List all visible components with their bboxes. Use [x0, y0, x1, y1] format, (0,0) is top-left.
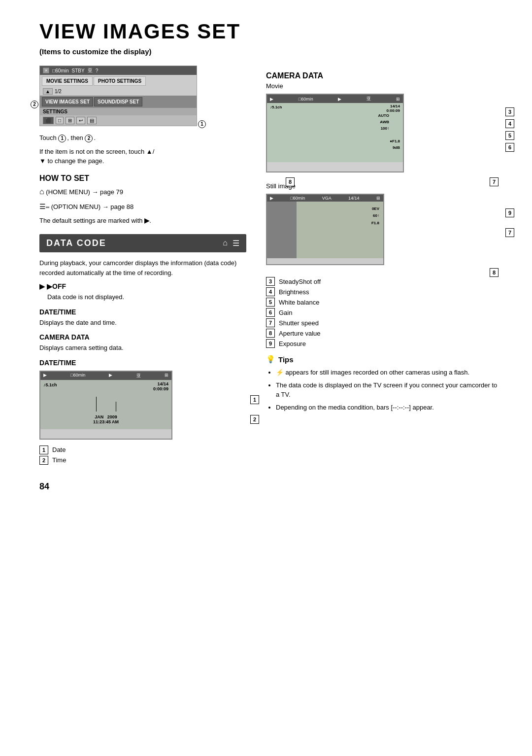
photo-settings-button[interactable]: PHOTO SETTINGS — [94, 76, 146, 86]
home-icon: ⌂ — [223, 239, 228, 248]
movie-screen: ▶ □60min ▶ 亚 ⊞ ♪5.1ch 14/140:00:09 AUTOA… — [266, 94, 404, 172]
still-callout-9: 9 — [505, 208, 516, 217]
data-code-banner: DATA CODE ⌂ ☰ — [39, 234, 246, 252]
view-images-set-button[interactable]: VIEW IMAGES SET — [42, 97, 93, 106]
legend-time: 2 Time — [39, 456, 246, 465]
sound-disp-set-button[interactable]: SOUND/DISP SET — [94, 97, 142, 106]
dt-rec-icon: ▶ — [43, 373, 47, 379]
camera-data-heading: CAMERA DATA — [266, 71, 502, 80]
movie-play-icon: ▶ — [338, 97, 341, 102]
off-heading: ▶ ▶OFF — [39, 282, 246, 290]
touch-instruction: Touch 1, then 2. — [39, 133, 246, 143]
page-title: VIEW IMAGES SET — [39, 20, 502, 43]
data-code-title: DATA CODE — [46, 238, 106, 248]
movie-counter: 14/140:00:09 — [386, 104, 400, 113]
dt-counter: 14/140:00:09 — [153, 381, 168, 391]
movie-rec-icon: ▶ — [270, 97, 273, 102]
legend-gain: 6 Gain — [266, 308, 502, 317]
dt-line2 — [116, 402, 116, 412]
movie-label: Movie — [266, 82, 502, 90]
dt-top-bar: ▶ □60min ▶ 亚 ⊞ — [40, 372, 171, 380]
camera-data-body: Displays camera setting data. — [39, 343, 246, 353]
datetime2-heading: DATE/TIME — [39, 359, 246, 367]
option-icon: ☰ — [233, 239, 239, 248]
dt-line1 — [96, 397, 97, 412]
movie-tape-time: □60min — [299, 97, 313, 102]
default-text: The default settings are marked with ▶. — [39, 216, 246, 226]
movie-main-area: ♪5.1ch 14/140:00:09 AUTOAWB100↑ ●F1.89dB — [267, 103, 403, 162]
icon-display[interactable]: □ — [56, 117, 64, 124]
close-icon: × — [43, 68, 49, 73]
datetime-body: Displays the date and time. — [39, 318, 246, 328]
dt-signal: 亚 — [136, 373, 141, 379]
menu-mockup: × □60min STBY 亚 ? MOVIE SETTINGS PHOTO S… — [39, 66, 197, 126]
data-code-body: During playback, your camcorder displays… — [39, 258, 246, 277]
standby-status: STBY — [72, 68, 85, 73]
legend-date: 1 Date — [39, 446, 246, 454]
camera-data-sub-heading: CAMERA DATA — [39, 333, 246, 341]
dt-callout-1: 1 — [250, 395, 261, 404]
movie-screen-top: ▶ □60min ▶ 亚 ⊞ — [267, 95, 403, 103]
icon-back[interactable]: ↩ — [76, 117, 85, 124]
dt-callout-2: 2 — [250, 415, 261, 424]
tips-heading: 💡 Tips — [266, 355, 502, 364]
still-screen-top: ▶ □60min VGA 14/14 ⊞ — [267, 195, 383, 202]
tips-list: ⚡ appears for still images recorded on o… — [266, 368, 502, 412]
still-battery: ⊞ — [376, 196, 380, 201]
touch-note: If the item is not on the screen, touch … — [39, 147, 246, 166]
legend-white-balance: 5 White balance — [266, 298, 502, 307]
legend-aperture: 8 Aperture value — [266, 329, 502, 338]
movie-settings-button[interactable]: MOVIE SETTINGS — [42, 76, 93, 86]
still-thumbnail-area — [267, 202, 297, 258]
menu-main-buttons: MOVIE SETTINGS PHOTO SETTINGS — [40, 75, 197, 87]
nav-up-button[interactable]: ▲ — [43, 88, 53, 95]
settings-label: SETTINGS — [40, 108, 197, 115]
movie-callout-3: 3 — [505, 107, 516, 116]
legend-list: 3 SteadyShot off 4 Brightness 5 White ba… — [266, 277, 502, 348]
page-indicator: 1/2 — [55, 89, 62, 94]
circle-1: 1 — [58, 135, 66, 142]
lightbulb-icon: 💡 — [266, 355, 275, 364]
still-label: Still image — [266, 182, 502, 190]
legend-exposure: 9 Exposure — [266, 339, 502, 348]
datetime-heading: DATE/TIME — [39, 308, 246, 316]
menu-icon-row: ⬛ □ ⊞ ↩ ▤ — [40, 115, 197, 126]
movie-callout-8: 8 — [286, 177, 297, 186]
menu-highlighted-row: VIEW IMAGES SET SOUND/DISP SET — [40, 96, 197, 108]
movie-battery: ⊞ — [396, 97, 400, 102]
dt-battery: ⊞ — [165, 373, 168, 379]
dt-date-display: JAN 200911:23:45 AM — [93, 414, 119, 424]
home-menu-text: ⌂ (HOME MENU) → page 79 — [39, 186, 246, 198]
still-overlays: 0EV60↑F1.8 — [371, 206, 379, 227]
still-main-area: 0EV60↑F1.8 — [267, 202, 383, 258]
circle-2: 2 — [85, 135, 93, 142]
how-to-set-heading: How to set — [39, 174, 246, 183]
movie-overlays: AUTOAWB100↑ — [378, 113, 389, 132]
help-icon: ? — [96, 68, 99, 73]
still-rec-icon: ▶ — [270, 196, 273, 201]
still-callout-7: 7 — [505, 228, 516, 237]
icon-menu[interactable]: ▤ — [87, 117, 97, 124]
movie-aperture: ●F1.89dB — [390, 138, 400, 151]
movie-callout-6: 6 — [505, 143, 516, 152]
still-tape-time: □60min — [290, 196, 305, 201]
banner-icons: ⌂ ☰ — [223, 239, 239, 248]
movie-signal: 亚 — [366, 96, 371, 102]
option-menu-text: ☰═ (OPTION MENU) → page 88 — [39, 202, 246, 212]
movie-callout-7: 7 — [490, 177, 500, 186]
page-subtitle: (Items to customize the display) — [39, 47, 502, 56]
off-body: Data code is not displayed. — [47, 292, 246, 302]
still-screen: ▶ □60min VGA 14/14 ⊞ 0EV60↑F1.8 — [266, 194, 384, 265]
icon-camera[interactable]: ⬛ — [43, 117, 54, 124]
menu-page-row: ▲ 1/2 — [40, 87, 197, 96]
still-callout-8: 8 — [490, 268, 500, 277]
right-column: CAMERA DATA Movie ▶ □60min ▶ 亚 ⊞ ♪5.1ch … — [266, 66, 502, 472]
callout-1: 1 — [198, 120, 207, 128]
movie-audio: ♪5.1ch — [270, 105, 282, 109]
icon-grid[interactable]: ⊞ — [66, 117, 74, 124]
left-column: × □60min STBY 亚 ? MOVIE SETTINGS PHOTO S… — [39, 66, 246, 472]
tip-2: The data code is displayed on the TV scr… — [276, 380, 502, 400]
page-number: 84 — [39, 481, 502, 492]
callout-2: 2 — [31, 100, 39, 108]
tip-1: ⚡ appears for still images recorded on o… — [276, 368, 502, 378]
